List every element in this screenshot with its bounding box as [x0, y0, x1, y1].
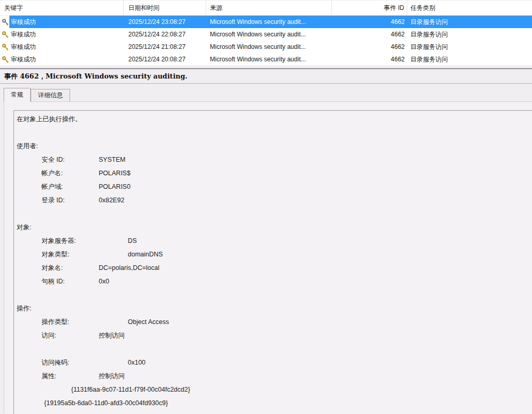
event-category: 目录服务访问: [407, 53, 532, 66]
detail-line: 属性:控制访问: [14, 369, 532, 383]
event-category: 目录服务访问: [407, 41, 532, 53]
field-value: POLARIS$: [99, 166, 130, 180]
field-label: 操作类型:: [42, 315, 69, 329]
field-value: POLARIS0: [99, 180, 130, 193]
event-source: Microsoft Windows security audit...: [206, 28, 332, 41]
event-preview-title: 事件 4662，Microsoft Windows security audit…: [0, 69, 532, 84]
detail-line: [14, 126, 532, 139]
field-label: 登录 ID:: [42, 193, 64, 207]
field-label: 使用者:: [17, 139, 38, 153]
field-value: domainDNS: [128, 248, 163, 261]
detail-line: {19195a5b-6da0-11d0-afd3-00c04fd930c9}: [14, 396, 532, 410]
field-label: 操作:: [17, 302, 31, 315]
event-datetime: 2025/12/24 21:08:27: [124, 41, 206, 53]
event-row[interactable]: 审核成功 2025/12/24 22:08:27 Microsoft Windo…: [0, 28, 532, 41]
event-list: 关键字 日期和时间 来源 事件 ID 任务类别 审核成功 2025/12/24 …: [0, 0, 532, 66]
field-label: 对象名:: [42, 261, 63, 275]
field-label: 访问:: [42, 329, 56, 342]
field-value: Object Access: [128, 315, 169, 329]
detail-line: [14, 288, 532, 302]
detail-line: 访问:控制访问: [14, 329, 532, 342]
event-id: 4662: [332, 53, 407, 66]
event-row[interactable]: 审核成功 2025/12/24 23:08:27 Microsoft Windo…: [0, 16, 532, 28]
audit-success-key-icon: [1, 55, 9, 63]
detail-line: 使用者:: [14, 139, 532, 153]
field-label: 在对象上已执行操作。: [17, 112, 82, 126]
detail-line: 帐户域:POLARIS0: [14, 180, 532, 193]
detail-line: [14, 207, 532, 221]
event-source: Microsoft Windows security audit...: [206, 41, 332, 53]
event-source: Microsoft Windows security audit...: [206, 16, 332, 28]
field-label: 属性:: [42, 369, 56, 383]
field-value: SYSTEM: [99, 153, 125, 166]
event-category: 目录服务访问: [407, 16, 532, 28]
event-datetime: 2025/12/24 22:08:27: [124, 28, 206, 41]
event-id: 4662: [332, 41, 407, 53]
audit-success-key-icon: [1, 30, 9, 38]
event-category: 目录服务访问: [407, 28, 532, 41]
column-header-category[interactable]: 任务类别: [407, 1, 532, 15]
tab-details[interactable]: 详细信息: [31, 89, 70, 101]
column-header-datetime[interactable]: 日期和时间: [124, 1, 206, 15]
field-label: 安全 ID:: [42, 153, 64, 166]
detail-line: [14, 342, 532, 356]
event-keyword: 审核成功: [11, 55, 36, 64]
field-label: 帐户域:: [42, 180, 63, 193]
event-preview-pane: 事件 4662，Microsoft Windows security audit…: [0, 69, 532, 414]
column-header-source[interactable]: 来源: [206, 1, 332, 15]
field-value: 0x100: [128, 356, 145, 369]
event-id: 4662: [332, 16, 407, 28]
detail-line: 句柄 ID:0x0: [14, 275, 532, 288]
field-label: 句柄 ID:: [42, 275, 64, 288]
field-label: 对象服务器:: [42, 234, 76, 248]
detail-line: 操作:: [14, 302, 532, 315]
field-value: 控制访问: [99, 369, 125, 383]
detail-line: 对象服务器:DS: [14, 234, 532, 248]
detail-line: 对象:: [14, 221, 532, 234]
field-label: 访问掩码:: [42, 356, 69, 369]
event-id: 4662: [332, 28, 407, 41]
detail-line: 对象类型:domainDNS: [14, 248, 532, 261]
guid-value: {19195a5b-6da0-11d0-afd3-00c04fd930c9}: [44, 396, 168, 410]
detail-line: 对象名:DC=polaris,DC=local: [14, 261, 532, 275]
field-label: 对象:: [17, 221, 31, 234]
detail-line: 帐户名:POLARIS$: [14, 166, 532, 180]
field-label: 对象类型:: [42, 248, 69, 261]
detail-line: {1131f6aa-9c07-11d1-f79f-00c04fc2dcd2}: [14, 383, 532, 396]
event-description-box: 在对象上已执行操作。 使用者: 安全 ID:SYSTEM 帐户名:POLARIS…: [14, 110, 532, 414]
field-value: DC=polaris,DC=local: [99, 261, 159, 275]
detail-line: 登录 ID:0x82E92: [14, 193, 532, 207]
detail-line: 操作类型:Object Access: [14, 315, 532, 329]
event-datetime: 2025/12/24 20:08:27: [124, 53, 206, 66]
column-header-event-id[interactable]: 事件 ID: [332, 1, 407, 15]
pane-splitter[interactable]: [0, 66, 532, 69]
field-value: 0x82E92: [99, 193, 124, 207]
event-viewer-window: 关键字 日期和时间 来源 事件 ID 任务类别 审核成功 2025/12/24 …: [0, 0, 532, 414]
tab-general[interactable]: 常规: [4, 88, 31, 102]
field-label: 帐户名:: [42, 166, 63, 180]
event-keyword: 审核成功: [11, 18, 36, 27]
audit-success-key-icon: [1, 18, 9, 26]
event-list-header: 关键字 日期和时间 来源 事件 ID 任务类别: [0, 1, 532, 16]
guid-value: {1131f6aa-9c07-11d1-f79f-00c04fc2dcd2}: [71, 383, 190, 396]
field-value: 控制访问: [99, 329, 125, 342]
event-row[interactable]: 审核成功 2025/12/24 20:08:27 Microsoft Windo…: [0, 53, 532, 66]
general-tab-panel: 在对象上已执行操作。 使用者: 安全 ID:SYSTEM 帐户名:POLARIS…: [4, 101, 532, 413]
field-value: 0x0: [99, 275, 109, 288]
detail-line: 安全 ID:SYSTEM: [14, 153, 532, 166]
detail-line: 访问掩码:0x100: [14, 356, 532, 369]
event-keyword: 审核成功: [11, 43, 36, 51]
field-value: DS: [128, 234, 137, 248]
event-source: Microsoft Windows security audit...: [206, 53, 332, 66]
event-row[interactable]: 审核成功 2025/12/24 21:08:27 Microsoft Windo…: [0, 41, 532, 53]
detail-line: 在对象上已执行操作。: [14, 112, 532, 126]
event-keyword: 审核成功: [11, 30, 36, 39]
audit-success-key-icon: [1, 43, 9, 51]
event-datetime: 2025/12/24 23:08:27: [124, 16, 206, 28]
preview-tabstrip: 常规详细信息: [0, 84, 532, 101]
column-header-keywords[interactable]: 关键字: [0, 1, 124, 15]
